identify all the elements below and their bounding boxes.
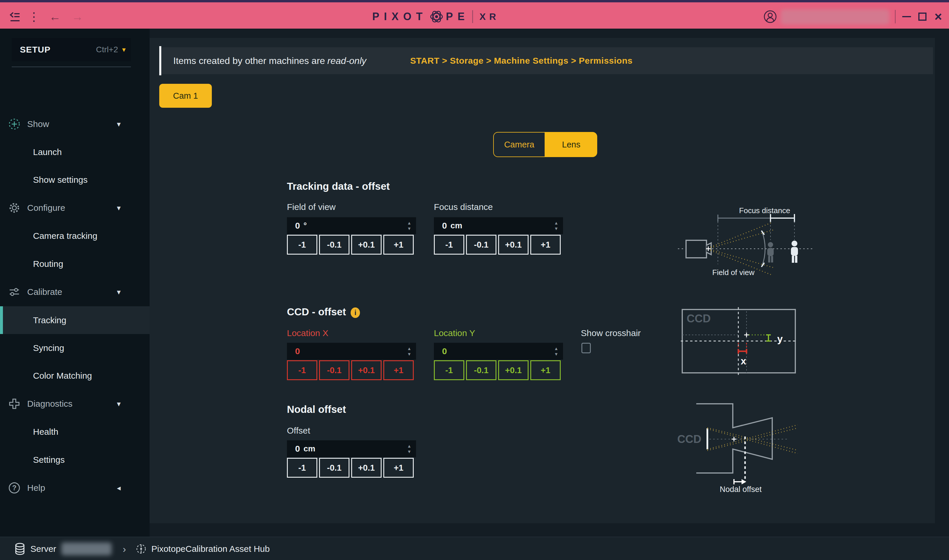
readonly-banner: Items created by other machines are read…: [159, 47, 933, 74]
sidebar-item-health[interactable]: Health: [0, 423, 150, 441]
step-plus-1-button[interactable]: +1: [530, 235, 561, 255]
location-y-spinner[interactable]: ▲ ▼: [554, 346, 559, 356]
logo-text-right: PE: [446, 11, 469, 23]
sidebar-item-camera-tracking[interactable]: Camera tracking: [0, 226, 150, 245]
step-minus-1-button[interactable]: -1: [287, 458, 317, 478]
kebab-menu-button[interactable]: ⋮: [28, 2, 40, 31]
person-far-icon: [791, 241, 798, 263]
svg-text:CCD: CCD: [687, 312, 711, 325]
user-email-redacted: [781, 9, 889, 25]
svg-text:x: x: [741, 355, 746, 366]
sidebar: SETUP Ctrl+2 ▾ Show ▾ Launch Show settin…: [0, 29, 150, 537]
focus-distance-steppers: -1 -0.1 +0.1 +1: [434, 235, 561, 255]
user-account-button[interactable]: [762, 2, 778, 31]
step-minus-0-1-button[interactable]: -0.1: [466, 360, 497, 380]
sidebar-item-show-settings[interactable]: Show settings: [0, 171, 150, 189]
step-minus-0-1-button[interactable]: -0.1: [319, 360, 349, 380]
sidebar-item-settings[interactable]: Settings: [0, 451, 150, 469]
hub-indicator[interactable]: [135, 537, 147, 560]
svg-text:y: y: [777, 333, 783, 344]
sidebar-item-calibrate[interactable]: Calibrate ▾: [0, 283, 150, 301]
sidebar-item-syncing[interactable]: Syncing: [0, 339, 150, 357]
step-plus-0-1-button[interactable]: +0.1: [498, 360, 529, 380]
location-y-input[interactable]: 0 ▲ ▼: [434, 343, 563, 360]
chevron-down-icon: ▾: [117, 203, 121, 212]
banner-message-emphasis: read-only: [327, 55, 366, 66]
sidebar-item-label: Health: [33, 427, 59, 437]
step-minus-1-button[interactable]: -1: [287, 235, 317, 255]
sidebar-collapse-button[interactable]: [7, 2, 24, 31]
location-x-input[interactable]: 0 ▲ ▼: [287, 343, 416, 360]
toggle-lens-tab[interactable]: Lens: [545, 132, 597, 157]
server-indicator[interactable]: [14, 537, 26, 560]
sidebar-item-label: Tracking: [33, 315, 66, 325]
section-title-nodal-offset: Nodal offset: [287, 403, 346, 415]
sidebar-item-diagnostics[interactable]: Diagnostics ▾: [0, 394, 150, 413]
nodal-offset-diagram: CCD Nodal offset: [672, 395, 824, 495]
sidebar-item-label: Show settings: [33, 175, 88, 185]
field-of-view-spinner[interactable]: ▲ ▼: [407, 221, 411, 231]
step-minus-0-1-button[interactable]: -0.1: [319, 235, 349, 255]
sidebar-item-color-matching[interactable]: Color Matching: [0, 366, 150, 385]
mode-selector[interactable]: SETUP Ctrl+2 ▾: [12, 38, 131, 61]
close-icon: ×: [934, 10, 942, 23]
atom-icon: [429, 9, 444, 24]
step-plus-1-button[interactable]: +1: [383, 235, 414, 255]
sidebar-item-label: Color Matching: [33, 371, 92, 381]
step-minus-1-button[interactable]: -1: [434, 235, 464, 255]
sidebar-item-show[interactable]: Show ▾: [0, 115, 150, 134]
sidebar-item-configure[interactable]: Configure ▾: [0, 198, 150, 217]
step-plus-0-1-button[interactable]: +0.1: [351, 458, 381, 478]
field-of-view-steppers: -1 -0.1 +0.1 +1: [287, 235, 414, 255]
field-of-view-input[interactable]: 0 ° ▲ ▼: [287, 217, 416, 234]
statusbar-chevron: ›: [123, 537, 126, 560]
window-minimize-button[interactable]: [899, 2, 914, 31]
toggle-camera-tab[interactable]: Camera: [493, 132, 545, 157]
chevron-down-icon: ▾: [117, 120, 121, 129]
window-close-button[interactable]: ×: [931, 2, 946, 31]
field-of-view-label: Field of view: [287, 202, 336, 212]
info-icon[interactable]: i: [350, 308, 360, 318]
field-of-view-value: 0: [295, 221, 300, 231]
statusbar: Server › PixotopeCalibration Asset Hub ×…: [0, 537, 949, 560]
sidebar-item-label: Configure: [27, 203, 65, 213]
window-maximize-button[interactable]: [915, 2, 930, 31]
app-window: ⋮ ← → PIXOT PE XR: [0, 0, 949, 560]
step-plus-1-button[interactable]: +1: [383, 458, 414, 478]
spinner-up-icon: ▲: [407, 444, 411, 448]
sidebar-item-routing[interactable]: Routing: [0, 255, 150, 273]
focus-distance-spinner[interactable]: ▲ ▼: [554, 221, 559, 231]
step-minus-0-1-button[interactable]: -0.1: [466, 235, 497, 255]
step-plus-0-1-button[interactable]: +0.1: [498, 235, 529, 255]
cam-1-button[interactable]: Cam 1: [159, 84, 212, 108]
show-crosshair-checkbox[interactable]: [582, 343, 591, 353]
step-plus-1-button[interactable]: +1: [383, 360, 414, 380]
sidebar-divider: [12, 66, 131, 67]
chevron-down-icon: ▾: [122, 46, 126, 54]
camera-lens-toggle: Camera Lens: [493, 132, 597, 157]
nodal-offset-input[interactable]: 0 cm ▲ ▼: [287, 440, 416, 457]
sidebar-item-launch[interactable]: Launch: [0, 143, 150, 162]
sidebar-item-tracking[interactable]: Tracking: [0, 306, 150, 334]
breadcrumb[interactable]: START > Storage > Machine Settings > Per…: [410, 56, 633, 66]
location-x-spinner[interactable]: ▲ ▼: [407, 346, 411, 356]
step-plus-0-1-button[interactable]: +0.1: [351, 360, 381, 380]
focus-distance-input[interactable]: 0 cm ▲ ▼: [434, 217, 563, 234]
location-x-steppers: -1 -0.1 +0.1 +1: [287, 360, 414, 380]
chevron-down-icon: ▾: [117, 288, 121, 297]
arrow-back-icon: ←: [49, 11, 61, 23]
cross-icon: [8, 397, 21, 411]
step-plus-1-button[interactable]: +1: [530, 360, 561, 380]
location-x-label: Location X: [287, 328, 329, 338]
step-minus-1-button[interactable]: -1: [287, 360, 317, 380]
nav-forward-button[interactable]: →: [68, 2, 87, 31]
nav-back-button[interactable]: ←: [45, 2, 65, 31]
spinner-down-icon: ▼: [407, 226, 411, 231]
app-logo: PIXOT PE XR: [372, 2, 500, 31]
step-minus-0-1-button[interactable]: -0.1: [319, 458, 349, 478]
step-minus-1-button[interactable]: -1: [434, 360, 464, 380]
sidebar-item-help[interactable]: ? Help ◂: [0, 478, 150, 497]
nodal-offset-spinner[interactable]: ▲ ▼: [407, 444, 411, 454]
step-plus-0-1-button[interactable]: +0.1: [351, 235, 381, 255]
sidebar-item-label: Diagnostics: [27, 399, 73, 409]
